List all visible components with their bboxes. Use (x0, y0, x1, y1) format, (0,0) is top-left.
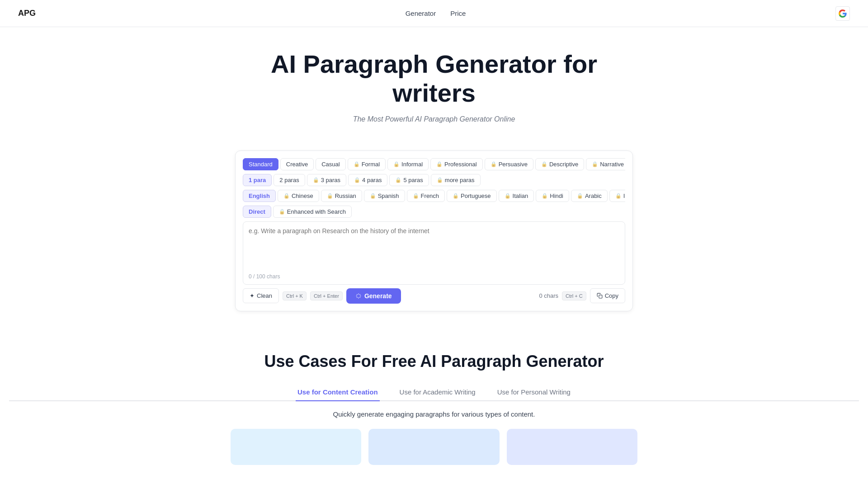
style-tab-descriptive[interactable]: 🔒Descriptive (535, 158, 584, 170)
generate-shortcut-badge: Ctrl + Enter (310, 291, 343, 300)
use-cases-cards (231, 429, 637, 465)
style-tab-standard[interactable]: Standard (243, 158, 278, 170)
hero-section: AI Paragraph Generator for writers The M… (0, 27, 868, 137)
para-tab-2[interactable]: 2 paras (274, 174, 305, 186)
lang-tab-hindi[interactable]: 🔒Hindi (536, 190, 569, 202)
style-tab-professional[interactable]: 🔒Professional (430, 158, 483, 170)
style-tab-casual[interactable]: Casual (316, 158, 345, 170)
generate-button[interactable]: Generate (346, 288, 401, 304)
hero-subtitle: The Most Powerful AI Paragraph Generator… (9, 115, 859, 123)
para-tab-1[interactable]: 1 para (243, 174, 272, 186)
google-icon[interactable] (835, 6, 850, 21)
clean-icon: ✦ (250, 292, 255, 299)
copy-icon (597, 293, 603, 299)
hero-title: AI Paragraph Generator for writers (264, 50, 604, 108)
copy-button[interactable]: Copy (590, 288, 625, 303)
use-case-card-3 (507, 429, 637, 465)
lang-tab-arabic[interactable]: 🔒Arabic (571, 190, 608, 202)
use-case-card-1 (231, 429, 361, 465)
lang-tab-italian[interactable]: 🔒Italian (499, 190, 534, 202)
generator-container: Standard Creative Casual 🔒Formal 🔒Inform… (235, 150, 633, 311)
use-case-tab-personal[interactable]: Use for Personal Writing (495, 384, 572, 401)
lang-tab-russian[interactable]: 🔒Russian (321, 190, 362, 202)
mode-tab-enhanced[interactable]: 🔒Enhanced with Search (273, 206, 352, 218)
header: APG Generator Price (0, 0, 868, 27)
clean-shortcut-badge: Ctrl + K (283, 291, 307, 300)
use-cases-title: Use Cases For Free AI Paragraph Generato… (9, 352, 859, 371)
use-case-tab-academic[interactable]: Use for Academic Writing (398, 384, 477, 401)
lang-tab-spanish[interactable]: 🔒Spanish (364, 190, 405, 202)
lang-tab-chinese[interactable]: 🔒Chinese (278, 190, 319, 202)
copy-shortcut-badge: Ctrl + C (562, 291, 586, 300)
para-tab-more[interactable]: 🔒more paras (431, 174, 481, 186)
nav: Generator Price (406, 9, 466, 17)
use-cases-section: Use Cases For Free AI Paragraph Generato… (0, 325, 868, 483)
mode-tab-direct[interactable]: Direct (243, 206, 271, 218)
textarea-wrap: 0 / 100 chars (243, 221, 625, 285)
style-tab-creative[interactable]: Creative (280, 158, 314, 170)
action-row: ✦ Clean Ctrl + K Ctrl + Enter Generate 0… (243, 288, 625, 304)
lang-tab-french[interactable]: 🔒French (407, 190, 445, 202)
char-count: 0 / 100 chars (249, 273, 280, 280)
right-actions: 0 chars Ctrl + C Copy (539, 288, 625, 303)
lang-tab-portuguese[interactable]: 🔒Portuguese (447, 190, 497, 202)
prompt-textarea[interactable] (249, 227, 619, 272)
language-tabs-row: English 🔒Chinese 🔒Russian 🔒Spanish 🔒Fren… (243, 190, 625, 202)
para-tab-3[interactable]: 🔒3 paras (307, 174, 346, 186)
para-tab-5[interactable]: 🔒5 paras (389, 174, 429, 186)
style-tab-informal[interactable]: 🔒Informal (387, 158, 429, 170)
use-cases-description: Quickly generate engaging paragraphs for… (9, 410, 859, 418)
nav-generator[interactable]: Generator (406, 9, 436, 17)
svg-rect-0 (599, 295, 602, 298)
mode-tabs-row: Direct 🔒Enhanced with Search (243, 206, 625, 218)
style-tab-formal[interactable]: 🔒Formal (348, 158, 386, 170)
chars-info: 0 chars (539, 292, 558, 299)
lang-tab-english[interactable]: English (243, 190, 276, 202)
use-case-tab-content[interactable]: Use for Content Creation (296, 384, 380, 401)
lang-tab-indonesian[interactable]: 🔒Indonesian (609, 190, 625, 202)
left-actions: ✦ Clean Ctrl + K Ctrl + Enter Generate (243, 288, 401, 304)
use-cases-tabs: Use for Content Creation Use for Academi… (9, 384, 859, 401)
nav-price[interactable]: Price (450, 9, 466, 17)
logo: APG (18, 9, 36, 18)
style-tab-persuasive[interactable]: 🔒Persuasive (485, 158, 533, 170)
style-tab-narrative[interactable]: 🔒Narrative (586, 158, 625, 170)
clean-button[interactable]: ✦ Clean (243, 288, 279, 303)
para-tabs-row: 1 para 2 paras 🔒3 paras 🔒4 paras 🔒5 para… (243, 174, 625, 186)
generate-icon (355, 293, 362, 299)
style-tabs-row: Standard Creative Casual 🔒Formal 🔒Inform… (243, 158, 625, 170)
para-tab-4[interactable]: 🔒4 paras (348, 174, 387, 186)
use-case-card-2 (368, 429, 499, 465)
